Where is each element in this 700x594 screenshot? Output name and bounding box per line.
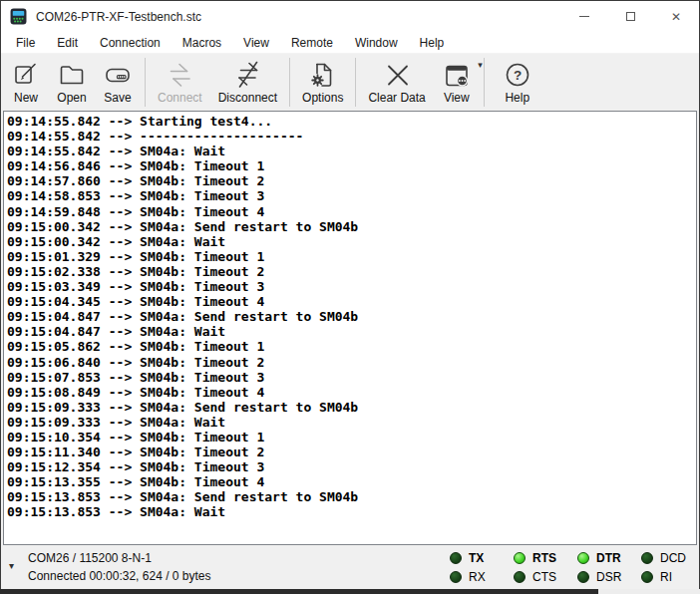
menu-item-edit[interactable]: Edit bbox=[46, 33, 89, 53]
new-button[interactable]: New bbox=[3, 55, 49, 110]
log-line: 09:14:56.846 --> SM04b: Timeout 1 bbox=[7, 158, 696, 173]
options-gear-document-icon bbox=[308, 59, 338, 91]
app-icon bbox=[10, 8, 27, 25]
disconnect-button-label: Disconnect bbox=[218, 91, 277, 105]
open-button-label: Open bbox=[57, 91, 86, 105]
log-line: 09:15:13.355 --> SM04b: Timeout 4 bbox=[7, 474, 696, 489]
options-button-label: Options bbox=[302, 91, 343, 105]
disconnect-arrows-icon bbox=[232, 59, 262, 91]
log-line: 09:14:58.853 --> SM04b: Timeout 3 bbox=[7, 188, 696, 203]
led-tx: TX bbox=[450, 551, 496, 565]
clear-data-button-label: Clear Data bbox=[368, 91, 425, 105]
led-rx: RX bbox=[450, 570, 496, 584]
led-label-ri: RI bbox=[660, 570, 672, 584]
log-line: 09:15:00.342 --> SM04a: Wait bbox=[7, 234, 696, 249]
view-dropdown-caret-icon: ▾ bbox=[478, 60, 483, 70]
toolbar-separator bbox=[145, 58, 146, 107]
save-button[interactable]: Save bbox=[95, 55, 141, 110]
connection-status-text: Connected 00:00:32, 624 / 0 bytes bbox=[28, 569, 210, 583]
log-line: 09:15:13.853 --> SM04a: Wait bbox=[7, 504, 696, 519]
new-document-icon bbox=[11, 59, 41, 91]
new-button-label: New bbox=[14, 91, 38, 105]
led-indicator-rts bbox=[514, 552, 525, 564]
log-line: 09:15:01.329 --> SM04b: Timeout 1 bbox=[7, 249, 696, 264]
connect-button[interactable]: Connect bbox=[150, 55, 210, 110]
menu-item-view[interactable]: View bbox=[232, 33, 280, 53]
minimize-icon bbox=[579, 16, 589, 17]
connect-button-label: Connect bbox=[158, 91, 202, 105]
log-line: 09:15:12.354 --> SM04b: Timeout 3 bbox=[7, 459, 696, 474]
status-bar: ▾ COM26 / 115200 8-N-1 Connected 00:00:3… bbox=[1, 545, 699, 589]
led-dcd: DCD bbox=[641, 551, 687, 565]
title-bar[interactable]: COM26-PTR-XF-Testbench.stc ✕ bbox=[1, 1, 699, 32]
connection-info: COM26 / 115200 8-N-1 Connected 00:00:32,… bbox=[28, 551, 210, 583]
connect-arrows-icon bbox=[165, 59, 194, 91]
log-line: 09:15:04.847 --> SM04a: Wait bbox=[7, 324, 696, 339]
app-window: COM26-PTR-XF-Testbench.stc ✕ FileEditCon… bbox=[0, 0, 700, 589]
close-button[interactable]: ✕ bbox=[653, 1, 699, 32]
led-label-rx: RX bbox=[469, 570, 486, 584]
toolbar: New Open Save bbox=[1, 54, 699, 111]
save-button-label: Save bbox=[104, 91, 131, 105]
led-dtr: DTR bbox=[577, 551, 623, 565]
led-rts: RTS bbox=[514, 551, 559, 565]
log-line: 09:15:08.849 --> SM04b: Timeout 4 bbox=[7, 385, 696, 400]
led-label-dtr: DTR bbox=[596, 551, 621, 565]
menu-bar: FileEditConnectionMacrosViewRemoteWindow… bbox=[1, 32, 699, 54]
maximize-icon bbox=[626, 12, 635, 21]
led-indicator-tx bbox=[450, 552, 462, 564]
led-ri: RI bbox=[641, 570, 687, 584]
log-line: 09:14:59.848 --> SM04b: Timeout 4 bbox=[7, 204, 696, 219]
log-line: 09:14:55.842 --> Starting test4... bbox=[7, 114, 696, 129]
menu-item-window[interactable]: Window bbox=[344, 33, 409, 53]
log-line: 09:15:00.342 --> SM04a: Send restart to … bbox=[7, 219, 696, 234]
clear-data-button[interactable]: Clear Data bbox=[360, 55, 433, 110]
toolbar-separator bbox=[289, 58, 290, 107]
led-indicator-ri bbox=[641, 571, 653, 583]
log-line: 09:15:09.333 --> SM04a: Wait bbox=[7, 415, 696, 430]
log-line: 09:15:13.853 --> SM04a: Send restart to … bbox=[7, 489, 696, 504]
menu-item-macros[interactable]: Macros bbox=[172, 33, 232, 53]
led-indicator-dtr bbox=[577, 552, 589, 564]
led-label-cts: CTS bbox=[532, 570, 556, 584]
help-button[interactable]: ? Help bbox=[495, 55, 540, 110]
toolbar-separator bbox=[484, 58, 485, 107]
window-controls: ✕ bbox=[561, 1, 699, 32]
status-expand-icon[interactable]: ▾ bbox=[9, 560, 14, 571]
open-folder-icon bbox=[57, 59, 87, 91]
menu-item-file[interactable]: File bbox=[5, 33, 46, 53]
menu-item-remote[interactable]: Remote bbox=[280, 33, 344, 53]
log-line: 09:15:04.847 --> SM04a: Send restart to … bbox=[7, 309, 696, 324]
led-indicator-rx bbox=[450, 571, 462, 583]
toolbar-separator bbox=[355, 58, 356, 107]
log-line: 09:14:55.842 --> SM04a: Wait bbox=[7, 144, 696, 158]
close-icon: ✕ bbox=[671, 11, 681, 23]
led-label-dsr: DSR bbox=[596, 570, 621, 584]
svg-text:?: ? bbox=[514, 68, 522, 83]
log-line: 09:14:57.860 --> SM04b: Timeout 2 bbox=[7, 173, 696, 188]
window-bottom-border bbox=[0, 589, 700, 594]
menu-item-help[interactable]: Help bbox=[409, 33, 456, 53]
log-area[interactable]: 09:14:55.842 --> Starting test4...09:14:… bbox=[3, 111, 697, 545]
minimize-button[interactable] bbox=[561, 1, 607, 32]
log-line: 09:14:55.842 --> --------------------- bbox=[7, 129, 696, 144]
log-line: 09:15:06.840 --> SM04b: Timeout 2 bbox=[7, 355, 696, 370]
led-indicator-dcd bbox=[641, 552, 653, 564]
led-label-rts: RTS bbox=[532, 551, 556, 565]
options-button[interactable]: Options bbox=[294, 55, 351, 110]
disconnect-button[interactable]: Disconnect bbox=[210, 55, 285, 110]
open-button[interactable]: Open bbox=[49, 55, 95, 110]
screen: COM26-PTR-XF-Testbench.stc ✕ FileEditCon… bbox=[0, 0, 700, 594]
help-button-label: Help bbox=[505, 91, 529, 105]
log-line: 09:15:10.354 --> SM04b: Timeout 1 bbox=[7, 430, 696, 445]
log-line: 09:15:05.862 --> SM04b: Timeout 1 bbox=[7, 339, 696, 354]
help-question-icon: ? bbox=[503, 59, 532, 91]
led-label-dcd: DCD bbox=[660, 551, 686, 565]
led-label-tx: TX bbox=[469, 551, 484, 565]
connection-settings-text: COM26 / 115200 8-N-1 bbox=[28, 551, 210, 565]
view-button[interactable]: ▾ View bbox=[434, 55, 480, 110]
menu-item-connection[interactable]: Connection bbox=[89, 33, 172, 53]
log-line: 09:15:11.340 --> SM04b: Timeout 2 bbox=[7, 445, 696, 459]
maximize-button[interactable] bbox=[607, 1, 653, 32]
led-grid: TXRXRTSCTSDTRDSRDCDRI bbox=[450, 551, 687, 584]
